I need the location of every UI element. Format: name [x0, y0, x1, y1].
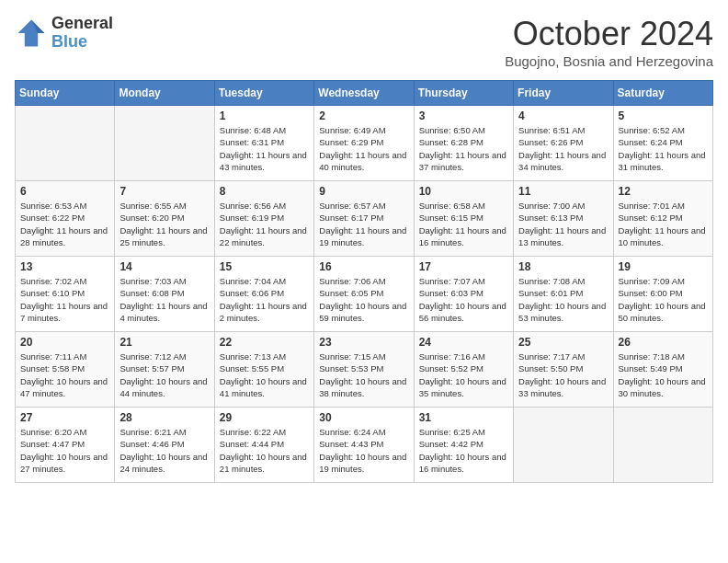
calendar-cell: 29Sunrise: 6:22 AM Sunset: 4:44 PM Dayli…	[214, 408, 313, 483]
day-number: 12	[619, 185, 708, 198]
day-number: 25	[518, 336, 608, 349]
logo-general: General	[51, 15, 113, 33]
cell-info: Sunrise: 6:48 AM Sunset: 6:31 PM Dayligh…	[220, 124, 309, 173]
day-number: 29	[220, 411, 309, 424]
cell-info: Sunrise: 6:24 AM Sunset: 4:43 PM Dayligh…	[319, 426, 408, 475]
calendar-cell: 12Sunrise: 7:01 AM Sunset: 6:12 PM Dayli…	[613, 181, 712, 257]
day-number: 5	[619, 109, 708, 122]
logo: General Blue	[15, 15, 113, 52]
day-number: 17	[419, 260, 508, 273]
header-day: Tuesday	[214, 81, 313, 106]
calendar-cell: 20Sunrise: 7:11 AM Sunset: 5:58 PM Dayli…	[16, 332, 115, 408]
calendar-cell: 24Sunrise: 7:16 AM Sunset: 5:52 PM Dayli…	[414, 332, 513, 408]
calendar-cell: 18Sunrise: 7:08 AM Sunset: 6:01 PM Dayli…	[514, 257, 613, 332]
cell-info: Sunrise: 6:50 AM Sunset: 6:28 PM Dayligh…	[419, 124, 508, 173]
calendar-cell	[613, 408, 712, 483]
day-number: 2	[319, 109, 408, 122]
cell-info: Sunrise: 6:57 AM Sunset: 6:17 PM Dayligh…	[319, 200, 408, 248]
calendar-cell: 9Sunrise: 6:57 AM Sunset: 6:17 PM Daylig…	[314, 181, 414, 257]
calendar-table: SundayMondayTuesdayWednesdayThursdayFrid…	[15, 80, 713, 483]
day-number: 14	[119, 260, 209, 273]
day-number: 28	[119, 411, 209, 424]
day-number: 24	[419, 336, 508, 349]
calendar-cell: 16Sunrise: 7:06 AM Sunset: 6:05 PM Dayli…	[314, 257, 414, 332]
calendar-cell	[514, 408, 613, 483]
cell-info: Sunrise: 7:15 AM Sunset: 5:53 PM Dayligh…	[319, 350, 408, 399]
header-day: Friday	[514, 81, 613, 106]
cell-info: Sunrise: 6:22 AM Sunset: 4:44 PM Dayligh…	[220, 426, 309, 475]
calendar-week-row: 20Sunrise: 7:11 AM Sunset: 5:58 PM Dayli…	[16, 332, 713, 408]
calendar-cell: 30Sunrise: 6:24 AM Sunset: 4:43 PM Dayli…	[314, 408, 414, 483]
cell-info: Sunrise: 6:51 AM Sunset: 6:26 PM Dayligh…	[518, 124, 608, 173]
calendar-cell: 5Sunrise: 6:52 AM Sunset: 6:24 PM Daylig…	[613, 106, 712, 181]
day-number: 27	[20, 411, 109, 424]
calendar-cell: 23Sunrise: 7:15 AM Sunset: 5:53 PM Dayli…	[314, 332, 414, 408]
cell-info: Sunrise: 7:04 AM Sunset: 6:06 PM Dayligh…	[220, 275, 309, 324]
header-row: SundayMondayTuesdayWednesdayThursdayFrid…	[16, 81, 713, 106]
calendar-cell: 26Sunrise: 7:18 AM Sunset: 5:49 PM Dayli…	[613, 332, 712, 408]
calendar-cell: 22Sunrise: 7:13 AM Sunset: 5:55 PM Dayli…	[214, 332, 313, 408]
day-number: 21	[119, 336, 209, 349]
day-number: 23	[319, 336, 408, 349]
calendar-cell: 8Sunrise: 6:56 AM Sunset: 6:19 PM Daylig…	[214, 181, 313, 257]
header-day: Monday	[115, 81, 214, 106]
day-number: 26	[619, 336, 708, 349]
calendar-cell: 25Sunrise: 7:17 AM Sunset: 5:50 PM Dayli…	[514, 332, 613, 408]
logo-blue: Blue	[51, 33, 113, 52]
cell-info: Sunrise: 7:12 AM Sunset: 5:57 PM Dayligh…	[119, 350, 209, 399]
calendar-cell: 15Sunrise: 7:04 AM Sunset: 6:06 PM Dayli…	[214, 257, 313, 332]
logo-icon	[15, 17, 48, 50]
calendar-cell: 7Sunrise: 6:55 AM Sunset: 6:20 PM Daylig…	[115, 181, 214, 257]
calendar-week-row: 13Sunrise: 7:02 AM Sunset: 6:10 PM Dayli…	[16, 257, 713, 332]
cell-info: Sunrise: 6:25 AM Sunset: 4:42 PM Dayligh…	[419, 426, 508, 475]
header-day: Sunday	[16, 81, 115, 106]
cell-info: Sunrise: 7:08 AM Sunset: 6:01 PM Dayligh…	[518, 275, 608, 324]
calendar-cell: 10Sunrise: 6:58 AM Sunset: 6:15 PM Dayli…	[414, 181, 513, 257]
cell-info: Sunrise: 6:53 AM Sunset: 6:22 PM Dayligh…	[20, 200, 109, 248]
day-number: 30	[319, 411, 408, 424]
cell-info: Sunrise: 7:17 AM Sunset: 5:50 PM Dayligh…	[518, 350, 608, 399]
calendar-cell: 4Sunrise: 6:51 AM Sunset: 6:26 PM Daylig…	[514, 106, 613, 181]
day-number: 22	[220, 336, 309, 349]
cell-info: Sunrise: 7:11 AM Sunset: 5:58 PM Dayligh…	[20, 350, 109, 399]
day-number: 4	[518, 109, 608, 122]
calendar-cell	[115, 106, 214, 181]
cell-info: Sunrise: 7:13 AM Sunset: 5:55 PM Dayligh…	[220, 350, 309, 399]
header-day: Wednesday	[314, 81, 414, 106]
calendar-cell: 19Sunrise: 7:09 AM Sunset: 6:00 PM Dayli…	[613, 257, 712, 332]
calendar-week-row: 27Sunrise: 6:20 AM Sunset: 4:47 PM Dayli…	[16, 408, 713, 483]
calendar-cell: 13Sunrise: 7:02 AM Sunset: 6:10 PM Dayli…	[16, 257, 115, 332]
cell-info: Sunrise: 6:49 AM Sunset: 6:29 PM Dayligh…	[319, 124, 408, 173]
day-number: 19	[619, 260, 708, 273]
day-number: 10	[419, 185, 508, 198]
title-block: October 2024 Bugojno, Bosnia and Herzego…	[505, 15, 713, 69]
cell-info: Sunrise: 7:00 AM Sunset: 6:13 PM Dayligh…	[518, 200, 608, 248]
cell-info: Sunrise: 7:18 AM Sunset: 5:49 PM Dayligh…	[619, 350, 708, 399]
day-number: 20	[20, 336, 109, 349]
day-number: 9	[319, 185, 408, 198]
calendar-week-row: 1Sunrise: 6:48 AM Sunset: 6:31 PM Daylig…	[16, 106, 713, 181]
calendar-cell: 11Sunrise: 7:00 AM Sunset: 6:13 PM Dayli…	[514, 181, 613, 257]
page-header: General Blue October 2024 Bugojno, Bosni…	[15, 15, 713, 69]
calendar-cell: 27Sunrise: 6:20 AM Sunset: 4:47 PM Dayli…	[16, 408, 115, 483]
header-day: Thursday	[414, 81, 513, 106]
cell-info: Sunrise: 6:21 AM Sunset: 4:46 PM Dayligh…	[119, 426, 209, 475]
calendar-cell: 6Sunrise: 6:53 AM Sunset: 6:22 PM Daylig…	[16, 181, 115, 257]
cell-info: Sunrise: 6:52 AM Sunset: 6:24 PM Dayligh…	[619, 124, 708, 173]
day-number: 11	[518, 185, 608, 198]
day-number: 3	[419, 109, 508, 122]
day-number: 6	[20, 185, 109, 198]
calendar-cell: 2Sunrise: 6:49 AM Sunset: 6:29 PM Daylig…	[314, 106, 414, 181]
cell-info: Sunrise: 7:03 AM Sunset: 6:08 PM Dayligh…	[119, 275, 209, 324]
month-title: October 2024	[505, 15, 713, 53]
cell-info: Sunrise: 7:01 AM Sunset: 6:12 PM Dayligh…	[619, 200, 708, 248]
calendar-week-row: 6Sunrise: 6:53 AM Sunset: 6:22 PM Daylig…	[16, 181, 713, 257]
day-number: 15	[220, 260, 309, 273]
cell-info: Sunrise: 6:55 AM Sunset: 6:20 PM Dayligh…	[119, 200, 209, 248]
day-number: 18	[518, 260, 608, 273]
cell-info: Sunrise: 7:07 AM Sunset: 6:03 PM Dayligh…	[419, 275, 508, 324]
calendar-cell	[16, 106, 115, 181]
logo-text: General Blue	[51, 15, 113, 52]
cell-info: Sunrise: 6:56 AM Sunset: 6:19 PM Dayligh…	[220, 200, 309, 248]
calendar-cell: 17Sunrise: 7:07 AM Sunset: 6:03 PM Dayli…	[414, 257, 513, 332]
